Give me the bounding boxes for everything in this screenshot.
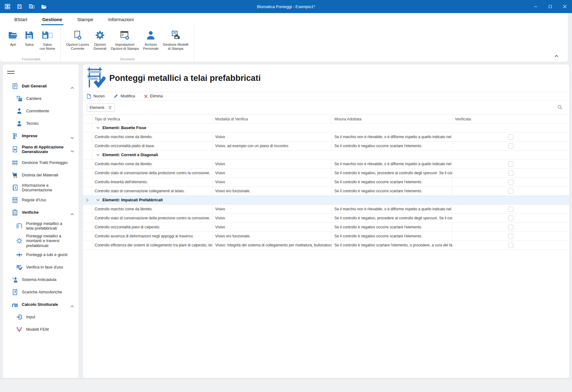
group-row-impalcati-prefabbricati[interactable]: Elementi: Impalcati Prefabbricati bbox=[83, 196, 569, 205]
verificata-checkbox[interactable] bbox=[508, 189, 513, 194]
input-icon bbox=[15, 314, 23, 320]
sidebar-item-calcolo-strutturale[interactable]: Calcolo Strutturale bbox=[3, 298, 79, 311]
sidebar-item-ponteggi-telai[interactable]: Ponteggi metalllici a telai prefabbricat… bbox=[3, 219, 79, 233]
hamburger-menu-icon[interactable] bbox=[7, 69, 15, 75]
table-row[interactable]: Controllo marchio come da libretto. Visi… bbox=[83, 133, 569, 142]
table-row[interactable]: Controllo marchio come da libretto. Visi… bbox=[83, 160, 569, 169]
close-button[interactable] bbox=[557, 0, 572, 13]
column-header-verificata[interactable]: Verificata bbox=[452, 115, 569, 123]
cantiere-icon bbox=[15, 95, 23, 102]
tab-gestione[interactable]: Gestione bbox=[35, 13, 70, 26]
verificata-checkbox[interactable] bbox=[508, 207, 513, 212]
sidebar-item-input[interactable]: Input bbox=[3, 311, 79, 323]
ribbon-group-label: Strumenti bbox=[61, 57, 194, 61]
collapse-ribbon-button[interactable] bbox=[553, 53, 560, 59]
group-row-correnti-diagonali[interactable]: Elementi: Correnti e Diagonali bbox=[83, 151, 569, 160]
sidebar-item-scariche-atmosferiche[interactable]: Scariche Atmosferiche bbox=[3, 286, 79, 298]
committente-icon bbox=[15, 108, 23, 114]
document-gear-icon bbox=[73, 29, 83, 42]
table-row[interactable]: Controllo orizzontalità piatto di base. … bbox=[83, 142, 569, 151]
table-row[interactable]: Controllo orizzontalità piani di calpest… bbox=[83, 223, 569, 232]
table-row[interactable]: Controllo marchio come da libretto. Visi… bbox=[83, 205, 569, 214]
verificata-checkbox[interactable] bbox=[508, 243, 513, 248]
new-document-icon bbox=[87, 94, 91, 99]
sidebar-item-gestione-tratti[interactable]: Gestione Tratti Ponteggio bbox=[3, 156, 79, 169]
chevron-down-icon bbox=[96, 199, 100, 201]
search-icon[interactable] bbox=[557, 105, 563, 111]
sidebar-item-ponteggi-tubi[interactable]: Ponteggi a tubi e giunti bbox=[3, 249, 79, 261]
gestione-modelli-stampa-button[interactable]: Gestione Modelli di Stampa bbox=[161, 27, 191, 51]
chevron-up-icon bbox=[70, 211, 74, 217]
main-panel: Ponteggi metallici a telai prefabbricati… bbox=[83, 64, 570, 378]
tratti-ponteggio-icon bbox=[11, 159, 19, 166]
column-header-tipo[interactable]: Tipo di Verifica bbox=[92, 115, 213, 123]
table-row[interactable]: Controllo linearità dell'elemento. Visiv… bbox=[83, 178, 569, 187]
table-row[interactable]: Controllo efficienza dei sistemi di coll… bbox=[83, 241, 569, 250]
verifiche-table: Tipo di Verifica Modalità di Verifica Mi… bbox=[83, 114, 569, 250]
verificata-checkbox[interactable] bbox=[508, 170, 513, 176]
verificata-checkbox[interactable] bbox=[508, 134, 513, 140]
maximize-button[interactable] bbox=[543, 0, 557, 13]
minimize-button[interactable] bbox=[528, 0, 543, 13]
scariche-atmosferiche-icon bbox=[11, 289, 19, 296]
tab-bstart[interactable]: BStart bbox=[7, 13, 35, 26]
group-row-basette-fisse[interactable]: Elementi: Basette Fisse bbox=[83, 124, 569, 133]
table-row[interactable]: Controllo assenza di deformazioni negli … bbox=[83, 232, 569, 241]
table-row[interactable]: Controllo stato di conservazione della p… bbox=[83, 169, 569, 178]
archivio-personale-button[interactable]: Archivio Personale bbox=[141, 27, 161, 51]
elementi-dropdown[interactable]: Elementi bbox=[87, 103, 115, 112]
verificata-checkbox[interactable] bbox=[508, 180, 513, 185]
verificata-checkbox[interactable] bbox=[508, 161, 513, 167]
verificata-checkbox[interactable] bbox=[508, 216, 513, 221]
tab-stampe[interactable]: Stampe bbox=[70, 13, 101, 26]
sidebar-item-ponteggi-montanti[interactable]: Ponteggi metallici a montanti e traversi… bbox=[3, 233, 79, 249]
salva-button[interactable]: Salva bbox=[21, 27, 37, 47]
sidebar-item-verifica-fase-uso[interactable]: Verifica in fase d'uso bbox=[3, 261, 79, 273]
sidebar-item-piano-applicazione[interactable]: Piano di Applicazione Generalizzato bbox=[3, 142, 79, 156]
window-controls bbox=[528, 0, 572, 13]
ribbon-group-strumenti: Opzioni Lavoro Corrente Opzioni Generali… bbox=[61, 26, 194, 62]
informazione-icon bbox=[11, 184, 19, 191]
table-row[interactable]: Controllo stato di conservazione collega… bbox=[83, 187, 569, 196]
ribbon: BStart Gestione Stampe Informazioni Apri… bbox=[0, 13, 568, 62]
modelli-fem-icon bbox=[15, 326, 23, 333]
open-folder-icon bbox=[8, 29, 18, 42]
apri-button[interactable]: Apri bbox=[5, 27, 21, 47]
sidebar-item-dati-generali[interactable]: Dati Generali bbox=[3, 80, 79, 92]
sidebar-item-regole-uso[interactable]: Regole d'Uso bbox=[3, 194, 79, 206]
table-row[interactable]: Controllo stato di conservazione della p… bbox=[83, 214, 569, 223]
modifica-button[interactable]: Modifica bbox=[113, 94, 135, 99]
sidebar-item-imprese[interactable]: Imprese bbox=[3, 130, 79, 142]
save-icon bbox=[25, 29, 34, 42]
salva-con-nome-button[interactable]: Salva con Nome bbox=[37, 27, 57, 51]
opzioni-generali-button[interactable]: Opzioni Generali bbox=[91, 27, 109, 51]
sidebar-item-informazione[interactable]: Informazione e Documentazione bbox=[3, 181, 79, 194]
piano-applicazione-icon bbox=[11, 146, 19, 153]
window-gear-icon bbox=[120, 29, 130, 42]
chevron-up-icon bbox=[70, 303, 74, 309]
save-as-icon bbox=[42, 29, 53, 42]
sidebar-item-verifiche[interactable]: Verifiche bbox=[3, 206, 79, 219]
column-header-modalita[interactable]: Modalità di Verifica bbox=[213, 115, 332, 123]
verificata-checkbox[interactable] bbox=[508, 225, 513, 230]
ribbon-body: Apri Salva Salva con Nome Funzionalità bbox=[0, 26, 568, 62]
sidebar-item-modelli-fem[interactable]: Modelli FEM bbox=[3, 323, 79, 336]
chevron-down-icon bbox=[70, 135, 74, 140]
nuovo-button[interactable]: Nuovo bbox=[87, 94, 105, 99]
tab-informazioni[interactable]: Informazioni bbox=[101, 13, 141, 26]
action-bar: Nuovo Modifica Elimina bbox=[83, 92, 569, 100]
column-header-misura[interactable]: Misura Adottata bbox=[332, 115, 452, 123]
sidebar-item-sistema-anticaduta[interactable]: Sistema Anticaduta bbox=[3, 273, 79, 286]
verificata-checkbox[interactable] bbox=[508, 234, 513, 239]
verificata-checkbox[interactable] bbox=[508, 143, 513, 149]
printer-document-icon bbox=[170, 29, 181, 42]
impostazioni-opzioni-stampa-button[interactable]: Impostazioni Opzioni di Stampa bbox=[109, 27, 141, 51]
sidebar-item-committente[interactable]: Committente bbox=[3, 105, 79, 117]
sidebar-item-tecnici[interactable]: Tecnici bbox=[3, 117, 79, 130]
sidebar-item-distinta-materiali[interactable]: Distinta dei Materiali bbox=[3, 169, 79, 181]
ribbon-group-funzionalita: Apri Salva Salva con Nome Funzionalità bbox=[2, 26, 61, 62]
opzioni-lavoro-corrente-button[interactable]: Opzioni Lavoro Corrente bbox=[64, 27, 91, 51]
elimina-button[interactable]: Elimina bbox=[144, 94, 163, 98]
ponteggi-tubi-icon bbox=[15, 251, 23, 258]
sidebar-item-cantiere[interactable]: Cantiere bbox=[3, 92, 79, 105]
